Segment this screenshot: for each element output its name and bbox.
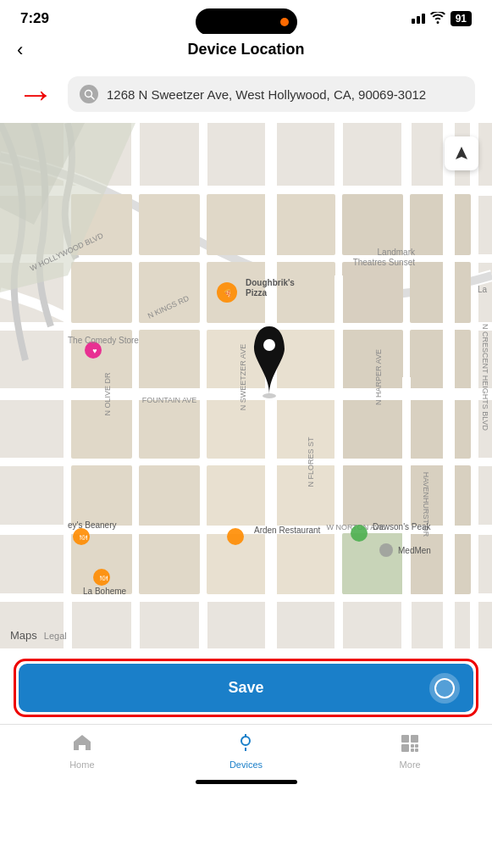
svg-rect-100 [401,744,409,752]
svg-line-1 [91,96,94,99]
svg-rect-33 [274,330,335,391]
svg-rect-36 [71,398,132,459]
svg-rect-49 [139,533,200,594]
svg-rect-46 [342,465,403,526]
nav-item-home[interactable]: Home [53,733,112,770]
svg-rect-99 [411,735,418,743]
svg-text:Landmark: Landmark [378,248,416,257]
svg-rect-38 [207,398,268,459]
map-navigation-button[interactable] [445,136,478,170]
legal-link[interactable]: Legal [44,631,67,641]
svg-rect-22 [342,194,403,255]
devices-nav-label: Devices [229,760,263,770]
wifi-icon [430,12,445,26]
svg-rect-98 [401,735,409,743]
svg-rect-29 [410,262,471,323]
back-button[interactable]: ‹ [17,39,23,61]
svg-text:ey's Beanery: ey's Beanery [68,520,117,530]
svg-text:Pizza: Pizza [246,288,267,298]
svg-text:La Boheme: La Boheme [83,587,127,596]
search-row: → 1268 N Sweetzer Ave, West Hollywood, C… [0,69,492,123]
status-right: 91 [412,11,472,26]
svg-text:The Comedy Store: The Comedy Store [68,336,139,345]
map-container[interactable]: N SWEETZER AVE N FLORES ST N OLIVE DR FO… [0,123,492,648]
page-title: Device Location [17,41,475,58]
svg-text:♥: ♥ [92,347,97,355]
svg-point-80 [227,528,244,545]
svg-rect-19 [139,194,200,255]
svg-rect-43 [139,465,200,526]
svg-text:Theatres Sunset: Theatres Sunset [353,258,416,267]
svg-text:Arden Restaurant: Arden Restaurant [254,526,321,535]
svg-text:La: La [478,285,488,294]
svg-rect-21 [274,194,335,255]
save-button[interactable]: Save [19,664,473,712]
svg-rect-101 [411,744,414,748]
save-button-highlight: Save [14,659,478,717]
svg-rect-59 [342,533,403,594]
signal-bars [412,14,425,24]
home-indicator [196,780,297,784]
save-circle-icon [429,673,460,704]
svg-rect-104 [415,748,418,752]
svg-rect-51 [274,533,335,594]
svg-text:Doughbrik's: Doughbrik's [246,278,295,287]
svg-rect-45 [274,465,335,526]
svg-rect-23 [410,194,471,255]
svg-rect-40 [342,398,403,459]
status-bar: 7:29 91 [0,0,492,34]
dynamic-island [196,8,297,36]
svg-rect-42 [71,465,132,526]
svg-rect-31 [139,330,200,391]
search-icon [80,85,98,103]
svg-text:🍽: 🍽 [80,533,87,542]
signal-bar-1 [412,19,415,24]
signal-bar-2 [417,16,420,24]
svg-rect-20 [207,194,268,255]
svg-rect-35 [410,330,471,391]
save-circle-inner [434,678,455,698]
svg-rect-24 [71,262,132,323]
svg-rect-27 [274,262,335,323]
map-svg: N SWEETZER AVE N FLORES ST N OLIVE DR FO… [0,123,492,648]
home-icon [72,733,92,757]
address-text: 1268 N Sweetzer Ave, West Hollywood, CA,… [107,87,426,102]
svg-text:N SWEETZER AVE: N SWEETZER AVE [239,344,247,410]
svg-text:🍽: 🍽 [100,574,108,582]
more-icon [400,733,420,757]
more-nav-label: More [400,760,421,770]
svg-text:Dawson's Peak: Dawson's Peak [373,522,432,531]
devices-icon [236,733,255,757]
svg-text:N CRESCENT HEIGHTS BLVD: N CRESCENT HEIGHTS BLVD [481,324,489,431]
svg-point-95 [241,737,250,745]
status-time: 7:29 [20,10,49,27]
svg-rect-39 [274,398,335,459]
search-bar[interactable]: 1268 N Sweetzer Ave, West Hollywood, CA,… [68,76,475,112]
svg-rect-53 [410,533,471,594]
maps-branding: Maps Legal [10,629,67,642]
save-label: Save [34,679,458,697]
battery-indicator: 91 [451,11,472,26]
svg-text:FOUNTAIN AVE: FOUNTAIN AVE [142,396,197,404]
save-area: Save [0,648,492,724]
svg-text:N FLORES ST: N FLORES ST [307,437,315,487]
red-arrow-indicator: → [17,75,54,113]
apple-logo: Maps [10,629,37,642]
svg-text:N OLIVE DR: N OLIVE DR [103,372,112,416]
svg-point-94 [263,339,275,351]
svg-rect-102 [415,744,418,748]
svg-text:MedMen: MedMen [398,546,431,555]
home-nav-label: Home [69,760,94,770]
svg-rect-103 [411,748,414,752]
svg-text:N HARPER AVE: N HARPER AVE [374,349,383,405]
svg-rect-41 [410,398,471,459]
svg-point-82 [351,525,368,542]
signal-bar-3 [422,14,425,24]
svg-text:🍕: 🍕 [223,288,233,298]
nav-item-devices[interactable]: Devices [216,733,275,770]
svg-rect-34 [342,330,403,391]
svg-point-84 [379,543,393,557]
svg-rect-28 [342,262,403,323]
nav-item-more[interactable]: More [380,733,439,770]
bottom-nav: Home Devices More [0,724,492,775]
